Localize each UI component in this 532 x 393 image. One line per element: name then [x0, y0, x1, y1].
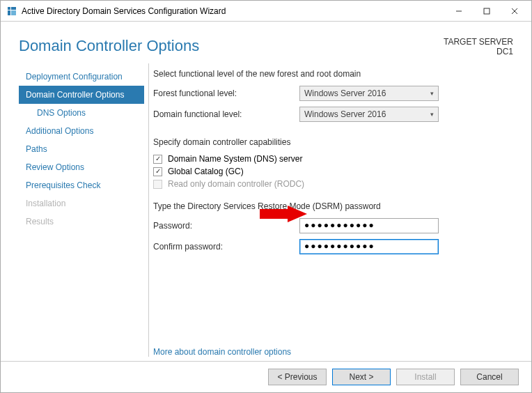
cancel-button[interactable]: Cancel [460, 369, 519, 385]
nav-domain-controller-options[interactable]: Domain Controller Options [19, 86, 144, 104]
page-title: Domain Controller Options [19, 37, 199, 56]
chevron-down-icon: ▾ [430, 111, 434, 118]
annotation-arrow [260, 206, 308, 224]
more-about-link[interactable]: More about domain controller options [153, 315, 510, 357]
capabilities-heading: Specify domain controller capabilities [153, 137, 510, 147]
functional-level-heading: Select functional level of the new fores… [153, 69, 510, 79]
target-server-label: TARGET SERVER [444, 37, 513, 47]
confirm-password-label: Confirm password: [153, 242, 299, 252]
nav-prerequisites-check[interactable]: Prerequisites Check [19, 176, 144, 194]
domain-functional-level-label: Domain functional level: [153, 109, 299, 119]
nav-paths[interactable]: Paths [19, 140, 144, 158]
svg-rect-0 [8, 7, 10, 10]
confirm-password-input[interactable]: ●●●●●●●●●●● [299, 239, 439, 254]
rodc-checkbox [153, 180, 162, 189]
install-button: Install [396, 369, 455, 385]
nav-dns-options[interactable]: DNS Options [19, 104, 144, 122]
app-icon [6, 6, 17, 17]
header: Domain Controller Options TARGET SERVER … [1, 22, 531, 59]
dns-server-label: Domain Name System (DNS) server [168, 154, 302, 164]
password-input[interactable]: ●●●●●●●●●●● [299, 218, 439, 233]
nav-review-options[interactable]: Review Options [19, 158, 144, 176]
dns-server-checkbox[interactable]: ✓ [153, 155, 162, 164]
svg-marker-8 [260, 206, 307, 222]
target-server-name: DC1 [444, 47, 513, 56]
nav-deployment-configuration[interactable]: Deployment Configuration [19, 68, 144, 86]
minimize-button[interactable] [445, 1, 473, 22]
chevron-down-icon: ▾ [430, 90, 434, 97]
footer: < Previous Next > Install Cancel [1, 361, 531, 392]
target-server-block: TARGET SERVER DC1 [444, 37, 513, 56]
rodc-label: Read only domain controller (RODC) [168, 179, 304, 189]
svg-rect-3 [11, 10, 16, 15]
forest-functional-level-label: Forest functional level: [153, 88, 299, 98]
domain-functional-level-value: Windows Server 2016 [304, 109, 386, 119]
nav-results: Results [19, 213, 144, 231]
previous-button[interactable]: < Previous [268, 369, 327, 385]
domain-functional-level-select[interactable]: Windows Server 2016 ▾ [299, 107, 439, 122]
next-button[interactable]: Next > [332, 369, 391, 385]
forest-functional-level-value: Windows Server 2016 [304, 88, 386, 98]
svg-rect-1 [11, 7, 16, 10]
close-button[interactable] [501, 1, 529, 22]
svg-rect-5 [484, 8, 490, 14]
maximize-button[interactable] [473, 1, 501, 22]
sidebar: Deployment Configuration Domain Controll… [19, 63, 144, 357]
global-catalog-checkbox[interactable]: ✓ [153, 167, 162, 176]
nav-additional-options[interactable]: Additional Options [19, 122, 144, 140]
dsrm-heading: Type the Directory Services Restore Mode… [153, 201, 510, 211]
nav-installation: Installation [19, 194, 144, 213]
main-panel: Select functional level of the new fores… [148, 63, 513, 357]
svg-rect-2 [8, 10, 10, 15]
titlebar: Active Directory Domain Services Configu… [1, 1, 531, 22]
forest-functional-level-select[interactable]: Windows Server 2016 ▾ [299, 86, 439, 101]
global-catalog-label: Global Catalog (GC) [168, 167, 244, 176]
window-title: Active Directory Domain Services Configu… [22, 6, 445, 16]
